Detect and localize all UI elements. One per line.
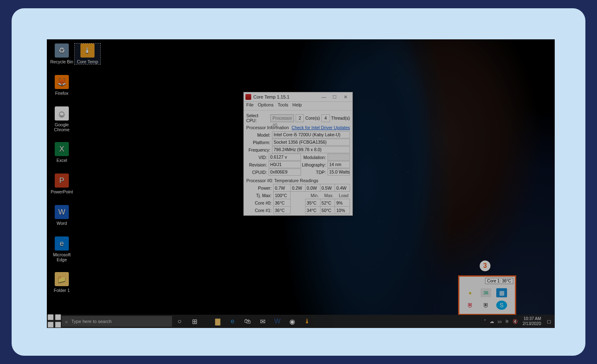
cores-label: Core(s): [305, 116, 320, 121]
desktop-icon-excel[interactable]: XExcel: [49, 142, 75, 163]
app-icon: 🌡: [80, 43, 95, 58]
menu-tools[interactable]: Tools: [278, 102, 289, 110]
group-temperature-readings: Processor #0: Temperature Readings: [246, 178, 350, 183]
app-icon: 📁: [55, 272, 69, 286]
search-box[interactable]: ⌕ Type here to search: [62, 316, 172, 327]
taskbar-store[interactable]: 🛍: [240, 315, 255, 328]
driver-updates-link[interactable]: Check for Intel Driver Updates: [291, 125, 350, 130]
icon-label: PowerPoint: [49, 189, 75, 194]
desktop-icon-core-temp[interactable]: 🌡Core Temp: [75, 43, 100, 64]
step-badge-3: 3: [480, 260, 490, 271]
tray-icon-coretemp-core1[interactable]: 36: [481, 288, 491, 297]
temperature-table: Power: 0.7W 0.2W 0.0W 0.5W 0.4W Tj. Max:…: [246, 184, 350, 214]
cortana-button[interactable]: ○: [172, 315, 187, 328]
app-icon: e: [55, 236, 69, 251]
tray-icon-mcafee[interactable]: ⛨: [465, 301, 476, 310]
modulation-value: [328, 154, 350, 161]
tray-icon-skype[interactable]: S: [496, 301, 507, 310]
action-center-button[interactable]: ▢: [543, 319, 555, 324]
vid-value: 0.6127 v: [269, 154, 301, 161]
search-icon: ⌕: [65, 319, 68, 324]
taskbar-mail[interactable]: ✉: [255, 315, 270, 328]
model-value: Intel Core i5 7200U (Kaby Lake-U): [272, 131, 350, 138]
menu-file[interactable]: File: [246, 102, 254, 110]
desktop-icon-word[interactable]: WWord: [49, 205, 75, 226]
icon-label: Word: [49, 221, 75, 226]
cores-count: 2: [296, 114, 304, 122]
table-row: Core #0: 36°C 35°C 52°C 9%: [246, 199, 350, 207]
taskbar-file-explorer[interactable]: ▇: [210, 315, 225, 328]
taskbar-edge[interactable]: e: [225, 315, 240, 328]
icon-label: Folder 1: [49, 288, 75, 293]
tray-icon-defender[interactable]: ⛨: [481, 301, 491, 310]
menu-options[interactable]: Options: [258, 102, 274, 110]
svg-rect-3: [55, 322, 61, 328]
coretemp-window[interactable]: Core Temp 1.15.1 — ☐ ✕ File Options Tool…: [243, 92, 353, 216]
onedrive-icon[interactable]: ☁: [490, 319, 494, 324]
select-cpu-dropdown[interactable]: Processor #0: [270, 114, 294, 122]
titlebar[interactable]: Core Temp 1.15.1 — ☐ ✕: [244, 92, 352, 102]
svg-rect-0: [48, 314, 53, 320]
cpuid-value: 0x806E9: [269, 169, 301, 176]
lithography-value: 14 nm: [328, 161, 350, 168]
tray-tooltip: Core 1: 36°C: [485, 278, 513, 284]
app-icon: 🦊: [55, 75, 69, 89]
app-icon: P: [55, 174, 69, 188]
tray-overflow-popup[interactable]: Core 1: 36°C ● 36 ▦ ⛨ ⛨ S: [458, 275, 516, 315]
desktop-screen: ♻Recycle Bin🌡Core Temp🦊Firefox◉Google Ch…: [47, 39, 555, 328]
close-button[interactable]: ✕: [340, 94, 351, 100]
desktop-icon-recycle-bin[interactable]: ♻Recycle Bin: [49, 43, 75, 64]
desktop-icon-firefox[interactable]: 🦊Firefox: [49, 75, 75, 96]
svg-rect-1: [55, 314, 61, 320]
maximize-button[interactable]: ☐: [329, 94, 340, 100]
clock[interactable]: 10:37 AM 2/13/2020: [521, 316, 544, 326]
search-placeholder: Type here to search: [71, 319, 112, 324]
minimize-button[interactable]: —: [318, 94, 329, 99]
icon-label: Microsoft Edge: [49, 252, 75, 262]
icon-label: Firefox: [49, 91, 75, 96]
desktop-icon-folder-1[interactable]: 📁Folder 1: [49, 272, 75, 293]
desktop-icon-microsoft-edge[interactable]: eMicrosoft Edge: [49, 236, 75, 262]
revision-value: H0/J1: [269, 161, 301, 168]
window-title: Core Temp 1.15.1: [253, 94, 318, 99]
menu-bar: File Options Tools Help: [244, 102, 352, 111]
svg-rect-2: [48, 322, 53, 328]
taskbar-chrome[interactable]: ◉: [285, 315, 300, 328]
taskbar-word[interactable]: W: [270, 315, 285, 328]
table-row: Core #1: 36°C 34°C 50°C 10%: [246, 207, 350, 214]
wifi-icon[interactable]: ⚞: [505, 319, 509, 324]
app-icon: X: [55, 142, 69, 156]
group-processor-info: Processor Information: [246, 125, 289, 130]
app-icon: [245, 94, 251, 100]
tray-icon-intel[interactable]: ▦: [496, 288, 507, 297]
platform-value: Socket 1356 (FCBGA1356): [272, 139, 350, 146]
taskbar-coretemp[interactable]: 🌡: [300, 315, 315, 328]
taskbar: ⌕ Type here to search ○ ⊞ ▇ e 🛍 ✉ W ◉ 🌡 …: [47, 315, 555, 328]
icon-label: Core Temp: [75, 59, 100, 64]
tray-icon-coretemp-core0[interactable]: ●: [465, 288, 476, 297]
battery-icon[interactable]: ▭: [498, 319, 502, 324]
desktop-icon-powerpoint[interactable]: PPowerPoint: [49, 174, 75, 194]
tray-expand-icon[interactable]: ˄: [484, 319, 486, 324]
app-icon: ◉: [55, 106, 69, 121]
select-cpu-label: Select CPU:: [246, 113, 269, 123]
threads-label: Thread(s): [331, 116, 350, 121]
volume-icon[interactable]: 🔇: [512, 319, 518, 324]
app-icon: ♻: [55, 43, 69, 58]
app-icon: W: [55, 205, 69, 219]
start-button[interactable]: [47, 313, 62, 328]
tdp-value: 15.0 Watts: [328, 169, 350, 176]
icon-label: Recycle Bin: [49, 59, 75, 64]
frequency-value: 798.24MHz (99.78 x 8.0): [272, 146, 350, 153]
desktop-icon-google-chrome[interactable]: ◉Google Chrome: [49, 106, 75, 132]
system-tray[interactable]: ˄ ☁ ▭ ⚞ 🔇: [481, 319, 521, 324]
icon-label: Excel: [49, 158, 75, 163]
icon-label: Google Chrome: [49, 122, 75, 132]
threads-count: 4: [321, 114, 330, 122]
menu-help[interactable]: Help: [292, 102, 302, 110]
task-view-button[interactable]: ⊞: [187, 315, 202, 328]
